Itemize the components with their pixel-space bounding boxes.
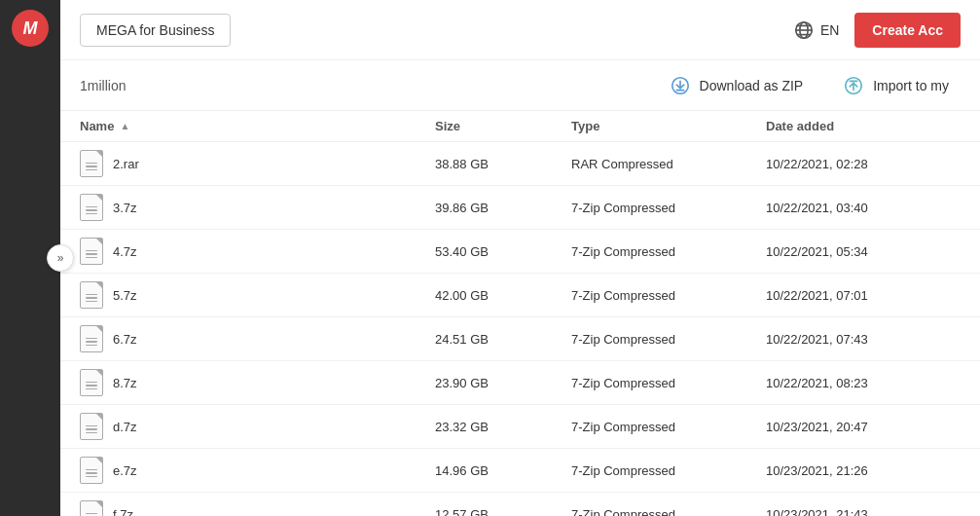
file-name: 6.7z [113,332,137,347]
file-type: 7-Zip Compressed [571,332,766,347]
file-icon-line [86,250,97,252]
file-type: 7-Zip Compressed [571,463,766,478]
file-name-cell: 5.7z [80,281,435,309]
download-zip-icon [669,74,692,97]
file-name: d.7z [113,420,137,434]
file-size: 24.51 GB [435,332,571,347]
file-date: 10/23/2021, 21:43 [766,507,961,517]
file-type: 7-Zip Compressed [571,288,766,303]
language-selector[interactable]: EN [793,19,839,41]
file-type-icon [80,457,103,484]
col-date-header[interactable]: Date added [766,119,961,133]
brand-button[interactable]: MEGA for Business [80,14,231,47]
file-type-icon [80,369,103,396]
file-type-icon [80,238,103,265]
file-icon-line [86,341,97,343]
table-header: Name ▲ Size Type Date added [60,111,980,142]
file-type-icon [80,413,103,440]
table-body: 2.rar 38.88 GB RAR Compressed 10/22/2021… [60,142,980,516]
file-icon-line [86,169,97,171]
file-date: 10/22/2021, 03:40 [766,201,961,215]
file-icon-line [86,425,97,427]
table-row[interactable]: d.7z 23.32 GB 7-Zip Compressed 10/23/202… [60,405,980,449]
create-account-button[interactable]: Create Acc [854,13,961,48]
expand-icon: » [57,251,64,265]
file-size: 23.32 GB [435,420,571,434]
file-icon-line [86,432,97,434]
import-label: Import to my [873,78,949,93]
table-row[interactable]: 2.rar 38.88 GB RAR Compressed 10/22/2021… [60,142,980,186]
file-size: 23.90 GB [435,376,571,390]
file-icon-lines [86,206,97,215]
file-icon-line [86,253,97,255]
file-icon-line [86,206,97,208]
toolbar: 1million Download as ZIP [60,60,980,111]
file-size: 53.40 GB [435,244,571,259]
file-date: 10/22/2021, 05:34 [766,244,961,259]
file-name: 3.7z [113,201,137,215]
col-name-label: Name [80,119,114,133]
table-row[interactable]: 5.7z 42.00 GB 7-Zip Compressed 10/22/202… [60,274,980,317]
file-date: 10/22/2021, 02:28 [766,157,961,171]
file-icon-line [86,476,97,478]
file-icon-lines [86,294,97,303]
file-name: 5.7z [113,288,137,303]
file-type: RAR Compressed [571,157,766,171]
file-icon-line [86,385,97,387]
col-size-header[interactable]: Size [435,119,571,133]
table-row[interactable]: 8.7z 23.90 GB 7-Zip Compressed 10/22/202… [60,361,980,405]
main-content: MEGA for Business EN Create Acc 1million [60,0,980,516]
file-icon-line [86,345,97,347]
col-type-header[interactable]: Type [571,119,766,133]
file-name-cell: d.7z [80,413,435,440]
file-name: f.7z [113,507,133,517]
file-size: 12.57 GB [435,507,571,517]
file-icon-line [86,209,97,211]
file-date: 10/22/2021, 08:23 [766,376,961,390]
file-type: 7-Zip Compressed [571,201,766,215]
file-name: 2.rar [113,157,139,171]
table-row[interactable]: 3.7z 39.86 GB 7-Zip Compressed 10/22/202… [60,186,980,230]
file-date: 10/23/2021, 20:47 [766,420,961,434]
file-icon-lines [86,469,97,478]
file-name-cell: 6.7z [80,325,435,352]
file-icon-line [86,472,97,474]
file-icon-lines [86,163,97,171]
import-button[interactable]: Import to my [830,68,961,103]
file-size: 39.86 GB [435,201,571,215]
table-row[interactable]: 4.7z 53.40 GB 7-Zip Compressed 10/22/202… [60,230,980,274]
mega-logo-letter: M [23,18,38,39]
file-icon-lines [86,250,97,259]
file-type-icon [80,325,103,352]
file-name-cell: 4.7z [80,238,435,265]
file-type: 7-Zip Compressed [571,244,766,259]
col-name-header[interactable]: Name ▲ [80,119,435,133]
file-icon-line [86,388,97,390]
file-name-cell: 2.rar [80,150,435,177]
file-icon-line [86,513,97,515]
file-date: 10/22/2021, 07:01 [766,288,961,303]
file-icon-line [86,257,97,259]
table-row[interactable]: 6.7z 24.51 GB 7-Zip Compressed 10/22/202… [60,317,980,361]
file-table: Name ▲ Size Type Date added 2.rar 38.88 … [60,111,980,516]
file-icon-lines [86,338,97,347]
file-icon-lines [86,382,97,390]
file-icon-line [86,338,97,340]
file-icon-lines [86,425,97,434]
file-icon-line [86,163,97,165]
file-type-icon [80,281,103,309]
file-name-cell: f.7z [80,500,435,516]
globe-icon [793,19,815,41]
download-zip-button[interactable]: Download as ZIP [657,68,816,103]
file-icon-line [86,428,97,430]
file-icon-line [86,297,97,299]
table-row[interactable]: f.7z 12.57 GB 7-Zip Compressed 10/23/202… [60,493,980,516]
file-icon-line [86,301,97,303]
sidebar-expand-button[interactable]: » [47,244,74,272]
import-icon [842,74,865,97]
file-size: 38.88 GB [435,157,571,171]
file-name-cell: e.7z [80,457,435,484]
mega-logo[interactable]: M [12,10,49,47]
table-row[interactable]: e.7z 14.96 GB 7-Zip Compressed 10/23/202… [60,449,980,493]
sidebar: M » [0,0,60,516]
